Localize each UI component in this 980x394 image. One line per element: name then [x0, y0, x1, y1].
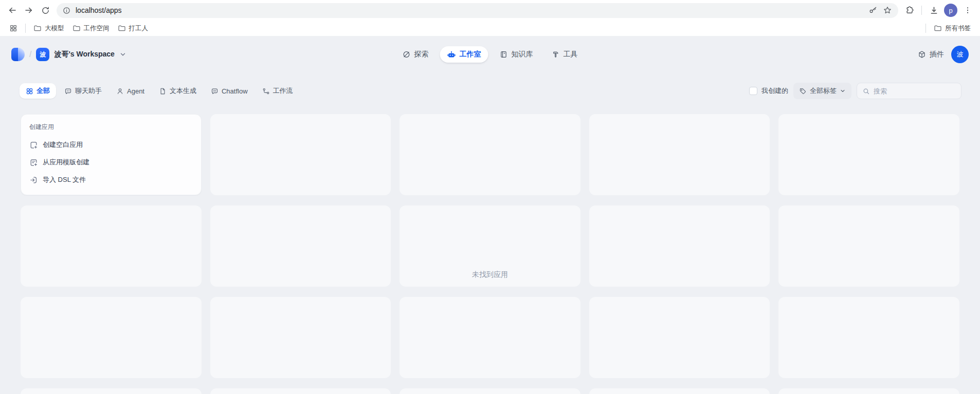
created-by-me-checkbox[interactable]: [749, 87, 757, 95]
tags-filter-dropdown[interactable]: 全部标签: [793, 83, 851, 99]
tags-filter-label: 全部标签: [810, 86, 837, 96]
workspace-name[interactable]: 波哥's Workspace: [54, 50, 114, 59]
apps-shortcut[interactable]: [5, 23, 22, 34]
nav-tab-label: 工作室: [460, 50, 481, 59]
app-card-placeholder: [210, 388, 391, 394]
reload-button[interactable]: [37, 2, 53, 18]
bookmark-folder[interactable]: 打工人: [114, 23, 153, 34]
tab-chatflow[interactable]: Chatflow: [205, 83, 254, 99]
agent-icon: [116, 87, 124, 95]
bookmark-folder[interactable]: 大模型: [29, 23, 68, 34]
app-card-placeholder: [21, 297, 202, 378]
bookmark-folder[interactable]: 工作空间: [68, 23, 114, 34]
nav-tab-studio[interactable]: 工作室: [440, 46, 488, 63]
nav-tab-label: 工具: [564, 50, 578, 59]
workspace-selector: / 波 波哥's Workspace: [11, 48, 126, 61]
user-avatar[interactable]: 波: [951, 46, 969, 63]
tab-chat-assistant[interactable]: 聊天助手: [58, 83, 108, 99]
folder-icon: [33, 24, 42, 32]
bookmarks-separator: [925, 24, 926, 33]
plugins-button[interactable]: 插件: [918, 50, 944, 59]
browser-menu-button[interactable]: [959, 2, 976, 18]
import-icon: [29, 176, 38, 184]
extensions-puzzle-icon: [905, 6, 914, 15]
nav-tab-label: 探索: [414, 50, 429, 59]
app-grid: 创建应用 创建空白应用 从应用模版创建 导入 DSL 文件: [21, 114, 959, 394]
bookmark-folder-label: 打工人: [129, 24, 149, 33]
chevron-down-icon[interactable]: [119, 51, 126, 58]
nav-tab-explore[interactable]: 探索: [395, 46, 436, 63]
import-dsl-button[interactable]: 导入 DSL 文件: [29, 171, 193, 189]
browser-profile-avatar[interactable]: p: [944, 4, 957, 17]
explore-icon: [403, 50, 411, 59]
extensions-button[interactable]: [901, 2, 918, 18]
create-from-template-button[interactable]: 从应用模版创建: [29, 154, 193, 171]
nav-tab-knowledge[interactable]: 知识库: [493, 46, 540, 63]
app-card-placeholder: [589, 114, 770, 195]
tab-label: 全部: [37, 86, 50, 96]
app-card-placeholder: [778, 114, 959, 195]
forward-button[interactable]: [21, 2, 37, 18]
app-card-placeholder: [21, 388, 202, 394]
app-card-placeholder: [589, 297, 770, 378]
forward-icon: [24, 6, 33, 15]
app-card-placeholder: [778, 388, 959, 394]
browser-toolbar: localhost/apps p: [0, 0, 980, 21]
app-card-placeholder: [210, 297, 391, 378]
hammer-icon: [552, 50, 560, 59]
dify-logo-icon[interactable]: [11, 48, 25, 61]
app-card-placeholder: [400, 388, 580, 394]
url-text[interactable]: localhost/apps: [76, 6, 868, 14]
tab-label: 文本生成: [170, 86, 196, 96]
bookmark-star-icon[interactable]: [883, 6, 892, 15]
create-app-title: 创建应用: [29, 123, 193, 132]
create-blank-app-label: 创建空白应用: [43, 140, 83, 149]
robot-icon: [447, 50, 456, 59]
bookmarks-separator: [25, 24, 26, 33]
chatflow-icon: [211, 87, 219, 95]
tab-agent[interactable]: Agent: [110, 83, 151, 99]
created-by-me-toggle[interactable]: 我创建的: [749, 86, 788, 96]
app-card-placeholder: [400, 297, 580, 378]
tab-text-generation[interactable]: 文本生成: [153, 83, 203, 99]
tab-workflow[interactable]: 工作流: [256, 83, 299, 99]
reload-icon: [41, 6, 50, 15]
header-right: 插件 波: [918, 46, 969, 63]
document-icon: [159, 87, 167, 95]
workspace-avatar[interactable]: 波: [36, 48, 49, 61]
tab-label: 工作流: [273, 86, 293, 96]
three-dots-icon: [964, 6, 972, 14]
site-info-icon[interactable]: [63, 7, 70, 14]
created-by-me-label: 我创建的: [761, 86, 788, 96]
main-nav: 探索 工作室 知识库 工具: [395, 46, 585, 63]
app-card-placeholder: [210, 114, 391, 195]
downloads-button[interactable]: [925, 2, 942, 18]
workflow-icon: [262, 87, 270, 95]
app-card-placeholder: [589, 205, 770, 287]
folder-icon: [72, 24, 81, 32]
all-bookmarks-folder[interactable]: 所有书签: [930, 23, 975, 34]
folder-icon: [934, 24, 942, 32]
file-plus-icon: [29, 141, 38, 149]
filter-right: 我创建的 全部标签: [749, 83, 961, 99]
empty-state-text: 未找到应用: [472, 270, 508, 279]
app-card-placeholder: [21, 205, 202, 287]
back-icon: [8, 6, 17, 15]
tab-label: 聊天助手: [75, 86, 102, 96]
url-bar[interactable]: localhost/apps: [57, 3, 898, 18]
app-card-placeholder: [778, 297, 959, 378]
all-bookmarks-label: 所有书签: [945, 24, 971, 33]
app-card-placeholder: [778, 205, 959, 287]
bookmarks-bar: 大模型 工作空间 打工人 所有书签: [0, 21, 980, 36]
password-key-icon[interactable]: [868, 6, 878, 15]
back-button[interactable]: [4, 2, 21, 18]
app-card-placeholder: [400, 114, 580, 195]
download-icon: [929, 6, 939, 15]
breadcrumb-slash: /: [29, 50, 31, 59]
create-blank-app-button[interactable]: 创建空白应用: [29, 136, 193, 154]
bookmark-folder-label: 大模型: [45, 24, 64, 33]
nav-tab-tools[interactable]: 工具: [545, 46, 585, 63]
book-icon: [500, 50, 508, 59]
tab-all[interactable]: 全部: [20, 83, 56, 99]
search-input[interactable]: [874, 87, 956, 95]
